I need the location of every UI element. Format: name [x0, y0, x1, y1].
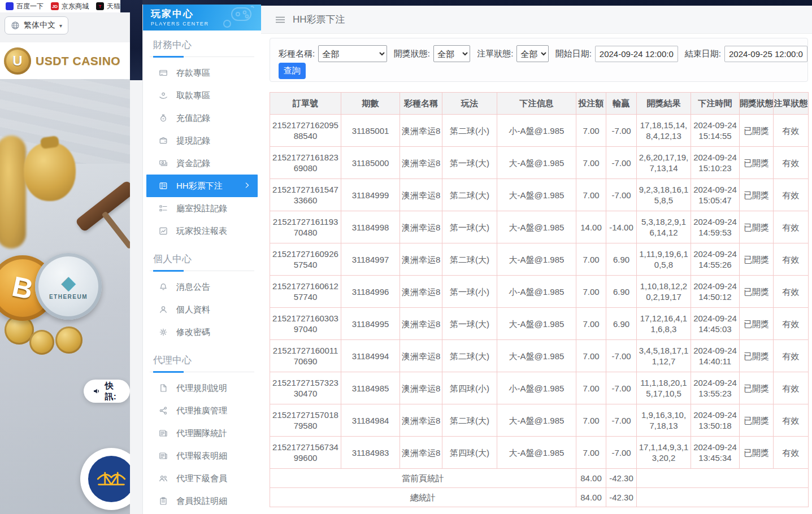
- money-bag-graphic: [24, 142, 76, 201]
- table-cell: -7.00: [606, 372, 637, 404]
- chevron-right-icon: [243, 181, 251, 191]
- sidebar-header: 玩家中心 PLAYERS CENTER: [143, 5, 261, 31]
- table-cell: 已開獎: [740, 243, 774, 276]
- sidebar-item-label: 代理團隊統計: [176, 428, 227, 439]
- sidebar-item-消息公告[interactable]: 消息公告: [146, 276, 258, 298]
- table-cell: 已開獎: [740, 115, 774, 147]
- table-cell: 2024-09-24 15:10:23: [691, 147, 740, 179]
- sidebar-item-代理下級會員[interactable]: 代理下級會員: [146, 467, 258, 490]
- table-cell: -7.00: [606, 340, 637, 372]
- language-bar: 繁体中文 ▾: [0, 12, 130, 42]
- table-row: 215217271620958854031185001澳洲幸运8第二球(小)小-…: [270, 115, 809, 147]
- table-cell: 7.00: [576, 243, 606, 276]
- start-date-label: 開始日期:: [555, 49, 592, 59]
- sidebar-item-玩家投注報表[interactable]: 玩家投注報表: [146, 220, 258, 242]
- language-selector[interactable]: 繁体中文 ▾: [5, 16, 68, 34]
- table-cell: 2152172715701879580: [270, 404, 341, 437]
- table-cell: 7.00: [576, 179, 606, 211]
- table-cell: 澳洲幸运8: [400, 372, 442, 404]
- sidebar-item-代理推廣管理[interactable]: 代理推廣管理: [146, 399, 258, 422]
- table-cell: 大-A盤@1.985: [497, 404, 576, 437]
- bell-icon: [159, 282, 168, 291]
- casino-logo[interactable]: U USDT CASINO: [0, 42, 130, 79]
- summary-winloss: -42.30: [606, 469, 637, 488]
- table-cell: 澳洲幸运8: [400, 115, 442, 147]
- bookmark-baidu[interactable]: 百度一下: [6, 2, 44, 11]
- sidebar-item-會員投註明細[interactable]: 會員投註明細: [146, 490, 258, 512]
- table-cell: 大-A盤@1.985: [497, 437, 576, 469]
- sidebar-item-label: 消息公告: [176, 282, 210, 293]
- table-cell: 2152172716061257740: [270, 276, 341, 308]
- table-cell: 已開獎: [740, 276, 774, 308]
- table-cell: 2152172716001170690: [270, 340, 341, 372]
- sidebar-item-HH彩票下注[interactable]: HH彩票下注: [146, 175, 258, 197]
- table-cell: 有效: [774, 404, 809, 437]
- users-icon: [159, 474, 168, 483]
- table-cell: 2152172716092657540: [270, 243, 341, 276]
- search-button[interactable]: 查詢: [279, 63, 306, 79]
- table-cell: 2152172715732330470: [270, 372, 341, 404]
- lottery-name-select[interactable]: 全部: [318, 45, 387, 62]
- team-badge: [80, 448, 130, 510]
- summary-label: 總統計: [270, 488, 576, 507]
- hamburger-menu-icon[interactable]: [275, 15, 285, 24]
- table-cell: 3,4,5,18,17,11,12,7: [637, 340, 691, 372]
- column-header: 彩種名稱: [400, 93, 442, 115]
- moneybag-icon: [159, 114, 168, 123]
- table-cell: 2152172716030397040: [270, 308, 341, 340]
- sidebar-item-修改密碼[interactable]: 修改密碼: [146, 321, 258, 343]
- bookmark-tmall[interactable]: T天猫: [96, 2, 120, 11]
- table-cell: 澳洲幸运8: [400, 276, 442, 308]
- sidebar-item-代理報表明細[interactable]: 代理報表明細: [146, 445, 258, 467]
- table-cell: 7.00: [576, 437, 606, 469]
- sidebar-item-資金記錄[interactable]: 資金記錄: [146, 152, 258, 175]
- sidebar-item-label: 代理推廣管理: [176, 406, 227, 416]
- news-ticker[interactable]: 快訊:: [84, 380, 130, 403]
- table-cell: 大-A盤@1.985: [497, 147, 576, 179]
- book-icon: [159, 181, 168, 190]
- sidebar-item-充值記錄[interactable]: 充值記錄: [146, 107, 258, 129]
- sidebar-item-代理規則說明[interactable]: 代理規則說明: [146, 377, 258, 399]
- sidebar-item-提現記錄[interactable]: 提現記錄: [146, 129, 258, 152]
- player-center-sidebar: 玩家中心 PLAYERS CENTER 財務中心存款專區取款專區充值記錄提現記錄…: [142, 5, 261, 514]
- table-cell: 31184998: [341, 211, 400, 243]
- draw-status-select[interactable]: 全部: [433, 45, 470, 62]
- table-row: 215217271573233047031184985澳洲幸运8第四球(小)小-…: [270, 372, 809, 404]
- casino-logo-text: USDT CASINO: [36, 54, 120, 68]
- table-cell: 2152172716154733660: [270, 179, 341, 211]
- table-cell: 7.00: [576, 115, 606, 147]
- table-cell: 7.00: [576, 276, 606, 308]
- table-cell: 2152172716209588540: [270, 115, 341, 147]
- table-cell: -7.00: [606, 147, 637, 179]
- sidebar-item-存款專區[interactable]: 存款專區: [146, 62, 258, 84]
- table-cell: 1,10,18,12,20,2,19,17: [637, 276, 691, 308]
- sidebar-item-廳室投註記錄[interactable]: 廳室投註記錄: [146, 197, 258, 220]
- bookmark-jd[interactable]: JD京东商城: [51, 2, 89, 11]
- bookmark-label: 百度一下: [16, 2, 44, 11]
- order-status-select[interactable]: 全部: [516, 45, 548, 62]
- clipboard-icon: [159, 496, 168, 506]
- sidebar-item-取款專區[interactable]: 取款專區: [146, 84, 258, 107]
- gold-coin-graphic: [29, 330, 54, 355]
- main-content: 彩種名稱: 全部 開獎狀態: 全部 注單狀態: 全部 開始日期: 結束日期: 查…: [261, 34, 812, 514]
- table-cell: 2,6,20,17,19,7,13,14: [637, 147, 691, 179]
- start-date-input[interactable]: [595, 46, 678, 62]
- table-cell: 小-A盤@1.985: [497, 372, 576, 404]
- end-date-input[interactable]: [724, 46, 807, 62]
- table-cell: -7.00: [606, 437, 637, 469]
- table-body: 215217271620958854031185001澳洲幸运8第二球(小)小-…: [270, 115, 809, 507]
- sidebar-section-title: 個人中心: [150, 250, 254, 271]
- table-cell: 第一球(小): [442, 276, 497, 308]
- table-cell: 第二球(大): [442, 404, 497, 437]
- column-header: 玩法: [442, 93, 497, 115]
- table-cell: 有效: [774, 340, 809, 372]
- bets-table: 訂單號期數彩種名稱玩法下注信息投注額輸贏開獎結果下注時間開獎狀態注單狀態 215…: [270, 92, 809, 507]
- sidebar-item-代理團隊統計[interactable]: 代理團隊統計: [146, 422, 258, 445]
- language-label: 繁体中文: [24, 20, 55, 31]
- table-cell: 大-A盤@1.985: [497, 243, 576, 276]
- cash-icon: [159, 159, 168, 168]
- gold-figure-graphic: [0, 136, 26, 249]
- sidebar-item-label: 代理下級會員: [176, 473, 227, 484]
- sidebar-item-個人資料[interactable]: 個人資料: [146, 298, 258, 321]
- table-row: 215217271570187958031184984澳洲幸运8第二球(大)大-…: [270, 404, 809, 437]
